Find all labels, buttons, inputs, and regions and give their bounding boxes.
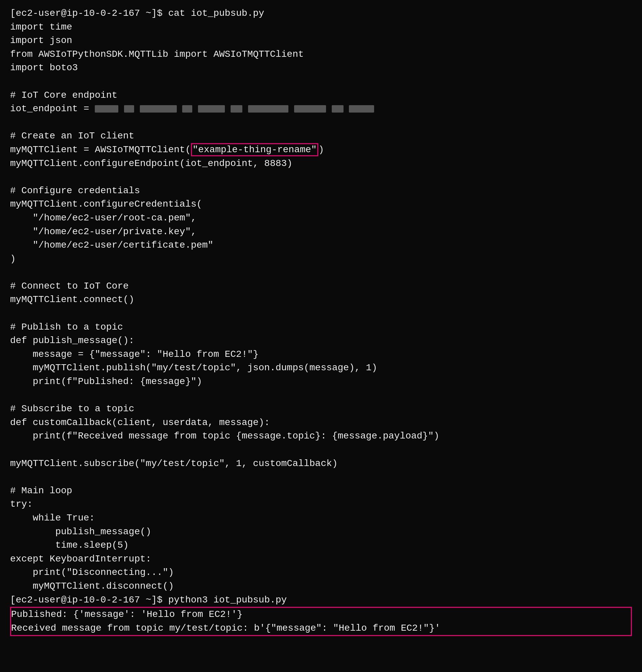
redacted-7 xyxy=(248,105,288,113)
code-line-disconnect: myMQTTClient.disconnect() xyxy=(10,580,632,593)
blank-8 xyxy=(10,470,632,484)
code-line-import-json: import json xyxy=(10,34,632,48)
code-line-print-disconnecting: print("Disconnecting...") xyxy=(10,566,632,580)
redacted-1 xyxy=(95,105,118,113)
prompt-2: [ec2-user@ip-10-0-2-167 ~]$ xyxy=(10,595,163,605)
output-line-1: Published: {'message': 'Hello from EC2!'… xyxy=(11,608,631,622)
redacted-4 xyxy=(182,105,192,113)
comment-subscribe: # Subscribe to a topic xyxy=(10,402,632,416)
code-line-import-time: import time xyxy=(10,21,632,34)
code-line-print-received: print(f"Received message from topic {mes… xyxy=(10,429,632,443)
blank-1 xyxy=(10,75,632,89)
code-line-try: try: xyxy=(10,497,632,512)
blank-5 xyxy=(10,307,632,321)
redacted-2 xyxy=(124,105,134,113)
comment-iot-endpoint: # IoT Core endpoint xyxy=(10,89,632,103)
blank-3 xyxy=(10,170,632,184)
comment-connect-iot: # Connect to IoT Core xyxy=(10,280,632,293)
highlighted-thing-name: "example-thing-rename" xyxy=(191,143,319,156)
terminal: [ec2-user@ip-10-0-2-167 ~]$ cat iot_pubs… xyxy=(10,7,632,636)
code-line-except: except KeyboardInterrupt: xyxy=(10,552,632,566)
code-line-while: while True: xyxy=(10,512,632,525)
comment-create-iot: # Create an IoT client xyxy=(10,129,632,143)
blank-4 xyxy=(10,266,632,280)
code-line-connect: myMQTTClient.connect() xyxy=(10,293,632,307)
command2: python3 iot_pubsub.py xyxy=(168,595,287,605)
code-line-sleep: time.sleep(5) xyxy=(10,539,632,552)
redacted-6 xyxy=(231,105,242,113)
code-line-mqtt-publish: myMQTTClient.publish("my/test/topic", js… xyxy=(10,361,632,375)
output-block: Published: {'message': 'Hello from EC2!'… xyxy=(10,607,632,636)
command-line-2: [ec2-user@ip-10-0-2-167 ~]$ python3 iot_… xyxy=(10,593,632,607)
code-line-root-ca: "/home/ec2-user/root-ca.pem", xyxy=(10,211,632,225)
code-line-message-dict: message = {"message": "Hello from EC2!"} xyxy=(10,348,632,362)
code-line-def-callback: def customCallback(client, userdata, mes… xyxy=(10,416,632,430)
prompt: [ec2-user@ip-10-0-2-167 ~]$ xyxy=(10,8,163,18)
command-line-1: [ec2-user@ip-10-0-2-167 ~]$ cat iot_pubs… xyxy=(10,7,632,21)
output-line-2: Received message from topic my/test/topi… xyxy=(11,622,631,635)
redacted-3 xyxy=(140,105,177,113)
blank-6 xyxy=(10,389,632,402)
code-line-subscribe: myMQTTClient.subscribe("my/test/topic", … xyxy=(10,457,632,471)
redacted-5 xyxy=(198,105,225,113)
command1: cat iot_pubsub.py xyxy=(168,8,265,18)
code-line-certificate: "/home/ec2-user/certificate.pem" xyxy=(10,238,632,252)
code-line-iot-endpoint: iot_endpoint = xyxy=(10,102,632,116)
comment-publish: # Publish to a topic xyxy=(10,321,632,334)
blank-7 xyxy=(10,443,632,457)
redacted-8 xyxy=(294,105,326,113)
code-line-configure-endpoint: myMQTTClient.configureEndpoint(iot_endpo… xyxy=(10,157,632,171)
code-line-def-publish: def publish_message(): xyxy=(10,334,632,348)
code-line-import-boto3: import boto3 xyxy=(10,61,632,75)
redacted-10 xyxy=(349,105,374,113)
code-line-publish-call: publish_message() xyxy=(10,525,632,539)
code-line-from-aws: from AWSIoTPythonSDK.MQTTLib import AWSI… xyxy=(10,48,632,62)
comment-configure-creds: # Configure credentials xyxy=(10,184,632,198)
code-line-close-paren: ) xyxy=(10,252,632,266)
code-line-configure-creds: myMQTTClient.configureCredentials( xyxy=(10,197,632,211)
redacted-9 xyxy=(332,105,344,113)
code-line-mqtt-client: myMQTTClient = AWSIoTMQTTClient("example… xyxy=(10,143,632,157)
blank-2 xyxy=(10,116,632,130)
comment-main-loop: # Main loop xyxy=(10,484,632,498)
code-line-print-published: print(f"Published: {message}") xyxy=(10,375,632,389)
code-line-private-key: "/home/ec2-user/private.key", xyxy=(10,225,632,239)
